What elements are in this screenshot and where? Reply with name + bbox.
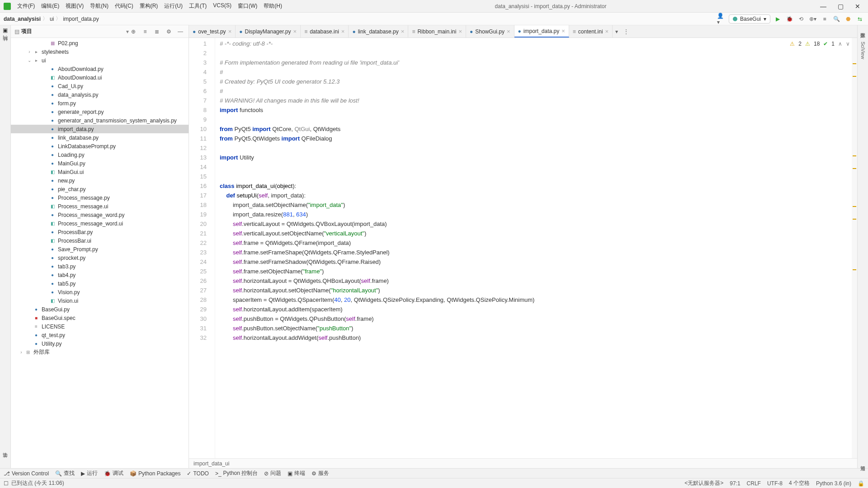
- tree-item[interactable]: ●new.py: [11, 176, 189, 185]
- inspection-widget[interactable]: ⚠2 ⚠18 ✔1 ∧ ∨: [788, 40, 852, 48]
- tree-item[interactable]: ●Process_message.py: [11, 193, 189, 202]
- server-status[interactable]: <无默认服务器>: [684, 479, 723, 487]
- tab-close-icon[interactable]: ×: [605, 28, 609, 35]
- tree-item[interactable]: ●import_data.py: [11, 125, 189, 133]
- ide-update-icon[interactable]: ⬣: [844, 14, 853, 23]
- expand-icon[interactable]: ≡: [141, 27, 150, 36]
- menu-item[interactable]: 导航(N): [87, 1, 111, 11]
- hide-icon[interactable]: —: [176, 27, 185, 36]
- search-icon[interactable]: 🔍: [832, 14, 841, 23]
- tree-item[interactable]: ⌄▸ui: [11, 56, 189, 65]
- sciview-tool[interactable]: SciView: [860, 40, 866, 61]
- menu-item[interactable]: VCS(S): [210, 1, 234, 11]
- run-config-selector[interactable]: BaseGui ▾: [729, 14, 770, 23]
- tree-item[interactable]: ◧ProcessBar.ui: [11, 236, 189, 245]
- tree-item[interactable]: ◧AboutDownload.ui: [11, 73, 189, 82]
- tree-item[interactable]: ◧Process_message_word.ui: [11, 219, 189, 228]
- tree-item[interactable]: ●tab3.py: [11, 262, 189, 271]
- code-crumb[interactable]: import_data_ui: [193, 460, 229, 467]
- line-separator[interactable]: CRLF: [747, 480, 761, 487]
- tree-expand-icon[interactable]: ⌄: [26, 58, 33, 63]
- tree-item[interactable]: ●tab4.py: [11, 271, 189, 279]
- coverage-icon[interactable]: ⟲: [797, 14, 806, 23]
- breadcrumb-item[interactable]: ui: [50, 16, 54, 22]
- tree-item[interactable]: ●generator_and_transmission_system_analy…: [11, 116, 189, 125]
- file-encoding[interactable]: UTF-8: [767, 480, 783, 487]
- tree-item[interactable]: ›▸stylesheets: [11, 47, 189, 56]
- locate-icon[interactable]: ⊕: [129, 27, 138, 36]
- tree-item[interactable]: ●sprocket.py: [11, 253, 189, 262]
- menu-item[interactable]: 帮助(H): [261, 1, 285, 11]
- next-highlight-icon[interactable]: ∨: [846, 41, 850, 47]
- tab-close-icon[interactable]: ×: [561, 28, 565, 34]
- bottom-tool-item[interactable]: ▣终端: [288, 469, 305, 477]
- menu-item[interactable]: 运行(U): [161, 1, 185, 11]
- tab-close-icon[interactable]: ×: [293, 28, 297, 35]
- menu-item[interactable]: 编辑(E): [38, 1, 62, 11]
- settings-icon[interactable]: ⚙: [164, 27, 173, 36]
- tree-item[interactable]: ●LinkDatabasePrompt.py: [11, 142, 189, 150]
- editor-body[interactable]: 1234567891011121314151617181920212223242…: [189, 38, 857, 458]
- breadcrumb-item[interactable]: data_analysisi: [4, 16, 41, 22]
- editor-tab[interactable]: ●import_data.py×: [514, 25, 569, 38]
- tree-item[interactable]: ●Process_message_word.py: [11, 211, 189, 219]
- bottom-tool-item[interactable]: ⎇Version Control: [4, 470, 49, 477]
- tree-item[interactable]: ●generate_report.py: [11, 108, 189, 116]
- menu-item[interactable]: 窗口(W): [235, 1, 260, 11]
- editor-tab[interactable]: ●DisplayManager.py×: [236, 25, 301, 38]
- debug-icon[interactable]: 🐞: [785, 14, 794, 23]
- tree-item[interactable]: ▦P02.png: [11, 39, 189, 47]
- user-icon[interactable]: 👤▾: [717, 14, 726, 23]
- tree-item[interactable]: ›⊞外部库: [11, 348, 189, 357]
- editor-tab[interactable]: ≡content.ini×: [569, 25, 613, 38]
- tree-item[interactable]: ●pie_char.py: [11, 185, 189, 193]
- tree-item[interactable]: ●Vision.py: [11, 288, 189, 296]
- menu-item[interactable]: 重构(R): [137, 1, 161, 11]
- profile-icon[interactable]: ⊕▾: [808, 14, 817, 23]
- tree-item[interactable]: ●BaseGui.py: [11, 305, 189, 314]
- bottom-tool-item[interactable]: >_Python 控制台: [215, 469, 258, 477]
- bookmarks-tool[interactable]: 书签: [2, 460, 9, 464]
- tree-item[interactable]: ≡LICENSE: [11, 322, 189, 331]
- editor-tab[interactable]: ●ShowGui.py×: [466, 25, 514, 38]
- tree-item[interactable]: ●form.py: [11, 99, 189, 108]
- notifications-tool[interactable]: 通知: [859, 460, 866, 464]
- structure-tool[interactable]: 结 构: [2, 42, 9, 47]
- tab-close-icon[interactable]: ×: [228, 28, 232, 35]
- bottom-tool-item[interactable]: ⊘问题: [264, 469, 281, 477]
- tree-item[interactable]: ◧Process_message.ui: [11, 202, 189, 211]
- sync-icon[interactable]: ⇆: [855, 14, 864, 23]
- tree-item[interactable]: ●Utility.py: [11, 339, 189, 348]
- tab-close-icon[interactable]: ×: [401, 28, 405, 35]
- prev-highlight-icon[interactable]: ∧: [838, 41, 842, 47]
- caret-position[interactable]: 97:1: [730, 480, 740, 487]
- tree-item[interactable]: ●Save_Prompt.py: [11, 245, 189, 253]
- close-icon[interactable]: ✕: [851, 3, 864, 10]
- run-icon[interactable]: ▶: [773, 14, 782, 23]
- menu-item[interactable]: 视图(V): [63, 1, 86, 11]
- tree-item[interactable]: ●qt_test.py: [11, 331, 189, 339]
- menu-item[interactable]: 工具(T): [186, 1, 209, 11]
- minimize-icon[interactable]: —: [816, 3, 830, 10]
- tree-item[interactable]: ●AboutDownload.py: [11, 65, 189, 73]
- tree-item[interactable]: ●MainGui.py: [11, 159, 189, 168]
- stop-icon[interactable]: ■: [820, 14, 829, 23]
- code-editor[interactable]: # -*- coding: utf-8 -*- # Form implement…: [215, 38, 857, 458]
- bottom-tool-item[interactable]: ▶运行: [81, 469, 98, 477]
- project-tree[interactable]: ▦P02.png›▸stylesheets⌄▸ui ●AboutDownload…: [11, 38, 189, 468]
- tree-item[interactable]: ●data_analysis.py: [11, 90, 189, 99]
- tree-item[interactable]: ●link_database.py: [11, 133, 189, 142]
- tabs-more-icon[interactable]: ⋮: [621, 25, 632, 38]
- tree-item[interactable]: ◧Vision.ui: [11, 296, 189, 305]
- tree-expand-icon[interactable]: ›: [26, 49, 33, 54]
- menu-item[interactable]: 代码(C): [112, 1, 136, 11]
- bottom-tool-item[interactable]: 📦Python Packages: [130, 470, 180, 477]
- tree-item[interactable]: ●ProcessBar.py: [11, 228, 189, 236]
- bottom-tool-item[interactable]: ✓TODO: [187, 470, 208, 477]
- tab-close-icon[interactable]: ×: [341, 28, 345, 35]
- bottom-tool-item[interactable]: 🔍查找: [55, 469, 75, 477]
- editor-tab[interactable]: ≡database.ini×: [301, 25, 349, 38]
- lock-icon[interactable]: 🔒: [858, 480, 864, 487]
- bottom-tool-item[interactable]: 🐞调试: [104, 469, 123, 477]
- tree-item[interactable]: ■BaseGui.spec: [11, 314, 189, 322]
